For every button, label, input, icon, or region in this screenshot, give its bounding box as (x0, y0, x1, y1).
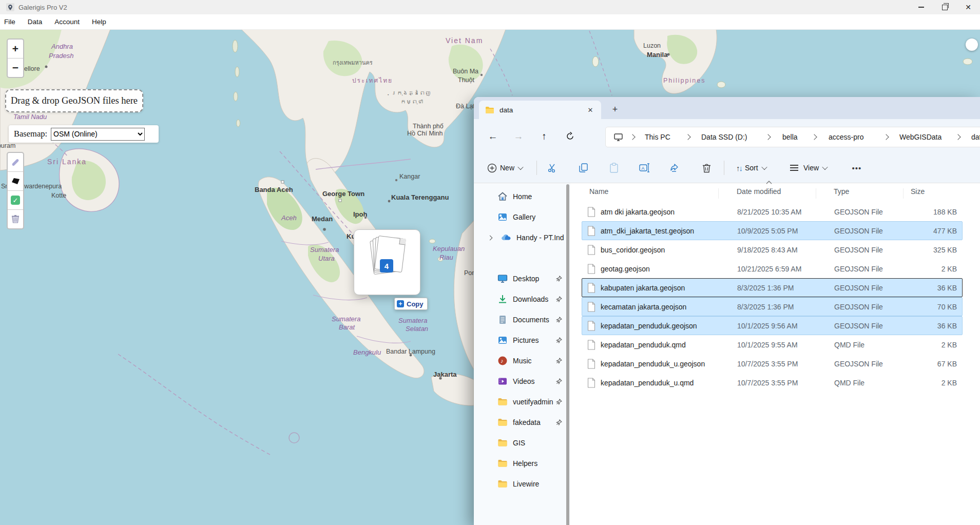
refresh-button[interactable] (560, 128, 580, 145)
more-options-button[interactable]: ••• (848, 158, 866, 178)
address-bar[interactable]: This PC Data SSD (D:) bella access-pro W… (605, 127, 980, 147)
column-divider[interactable] (816, 188, 816, 199)
drag-ghost-card: 4 (354, 229, 420, 295)
file-row[interactable]: geotag.geojson 10/21/2025 6:59 AM GEOJSO… (582, 259, 963, 278)
tab-close-icon[interactable]: ✕ (584, 104, 597, 116)
dot-medan (323, 228, 326, 231)
sidebar-item-videos[interactable]: Videos (478, 372, 564, 391)
basemap-select[interactable]: OSM (Online) (51, 128, 145, 141)
explorer-tab-data[interactable]: data ✕ (479, 101, 601, 119)
sidebar-item-gallery[interactable]: Gallery (478, 208, 564, 226)
breadcrumb-data-ssd[interactable]: Data SSD (D:) (701, 127, 747, 147)
breadcrumb-chevron-icon (766, 127, 770, 147)
sidebar-scrollbar[interactable] (566, 184, 569, 525)
sidebar-item-vuetifyadmin[interactable]: vuetifyadmin (478, 393, 564, 411)
back-button[interactable]: ← (483, 128, 503, 145)
restore-button[interactable] (933, 0, 956, 14)
sidebar-item-pictures[interactable]: Pictures (478, 331, 564, 349)
cut-button[interactable] (543, 158, 562, 178)
close-button[interactable]: ✕ (956, 0, 980, 14)
save-edits-button[interactable]: ✓ (8, 191, 23, 210)
file-row[interactable]: atm_dki_jakarta_test.geojson 10/9/2025 5… (582, 221, 963, 240)
sidebar-item-gis[interactable]: GIS (478, 434, 564, 452)
menu-file[interactable]: File (0, 18, 22, 26)
map-label: Bengkulu (353, 348, 381, 356)
breadcrumb-webgisdata[interactable]: WebGISData (899, 127, 941, 147)
file-icon (587, 207, 595, 217)
file-size: 2 KB (890, 341, 957, 349)
chevron-down-icon (517, 164, 523, 170)
map-label: Hồ Chí Minh (407, 130, 443, 137)
home-icon (497, 191, 508, 202)
file-size: 70 KB (890, 303, 957, 311)
sidebar-item-label: fakedata (513, 418, 556, 426)
breadcrumb-data[interactable]: data (971, 127, 980, 147)
sidebar-item-helpers[interactable]: Helpers (478, 454, 564, 473)
new-tab-button[interactable]: + (607, 102, 623, 116)
minimize-button[interactable] (909, 0, 933, 14)
column-divider[interactable] (718, 188, 719, 199)
share-button[interactable] (665, 158, 685, 178)
up-button[interactable]: ↑ (534, 128, 554, 145)
sidebar-item-handy[interactable]: Handy - PT.Indo (478, 228, 564, 247)
file-row[interactable]: kepadatan_penduduk_u.geojson 10/7/2025 3… (582, 354, 963, 373)
sidebar-item-downloads[interactable]: Downloads (478, 290, 564, 308)
menu-help[interactable]: Help (86, 18, 112, 26)
sidebar-item-label: Videos (513, 377, 556, 385)
file-row[interactable]: kabupaten jakarta.geojson 8/3/2025 1:36 … (582, 278, 963, 297)
geojson-dropzone[interactable]: Drag & drop GeoJSON files here (5, 89, 143, 112)
map-overlay-toggle-button[interactable] (966, 38, 978, 51)
forward-button[interactable]: → (509, 128, 528, 145)
downloads-icon (497, 294, 508, 304)
breadcrumb-bella[interactable]: bella (782, 127, 798, 147)
file-row[interactable]: kepadatan_penduduk.qmd 10/1/2025 9:55 AM… (582, 335, 963, 354)
island-andaman-3 (234, 92, 238, 101)
zoom-in-button[interactable]: + (8, 40, 23, 59)
paste-button[interactable] (604, 158, 624, 178)
file-name: atm dki jakarta.geojson (601, 208, 675, 216)
file-row[interactable]: atm dki jakarta.geojson 8/21/2025 10:35 … (582, 202, 963, 221)
column-header-type[interactable]: Type (834, 187, 849, 196)
breadcrumb-access-pro[interactable]: access-pro (829, 127, 863, 147)
rename-button[interactable]: A (635, 158, 654, 178)
sort-button[interactable]: ↑↓ Sort (733, 158, 770, 178)
zoom-out-button[interactable]: − (8, 59, 23, 77)
toolbar-separator (536, 161, 537, 175)
sidebar-item-home[interactable]: Home (478, 187, 564, 206)
map-label: Ipoh (353, 210, 367, 218)
refresh-icon (566, 132, 574, 141)
sidebar-item-documents[interactable]: Documents (478, 310, 564, 329)
sidebar-item-label: GIS (513, 439, 564, 447)
sidebar-item-desktop[interactable]: Desktop (478, 269, 564, 288)
file-row[interactable]: kepadatan_penduduk_u.qmd 10/7/2025 3:55 … (582, 373, 963, 392)
desktop-icon (497, 274, 508, 284)
dot-kangar (395, 179, 397, 181)
delete-shapes-button[interactable] (8, 210, 23, 228)
sidebar-item-fakedata[interactable]: fakedata (478, 413, 564, 432)
map-label: ក្រុងភ្នំពេញ (388, 90, 431, 96)
column-divider[interactable] (903, 188, 904, 199)
new-button[interactable]: New (483, 158, 527, 178)
draw-polyline-button[interactable] (8, 153, 23, 172)
file-row[interactable]: kecamatan jakarta.geojson 8/3/2025 1:36 … (582, 297, 963, 316)
view-button[interactable]: View (787, 158, 830, 178)
column-header-name[interactable]: Name (589, 187, 608, 196)
sidebar-item-label: Home (513, 192, 564, 201)
column-header-date[interactable]: Date modified (737, 187, 781, 196)
copy-button[interactable] (573, 158, 593, 178)
menu-data[interactable]: Data (22, 18, 49, 26)
sidebar-item-label: Livewire (513, 480, 564, 488)
delete-button[interactable] (697, 158, 716, 178)
column-header-size[interactable]: Size (911, 187, 925, 196)
file-row[interactable]: bus_coridor.geojson 9/18/2025 8:43 AM GE… (582, 240, 963, 259)
file-name: kepadatan_penduduk.geojson (601, 322, 697, 330)
pin-icon (556, 399, 562, 405)
menu-account[interactable]: Account (48, 18, 86, 26)
draw-polygon-button[interactable] (8, 172, 23, 191)
sidebar-item-music[interactable]: ♪ Music (478, 352, 564, 370)
sidebar-item-livewire[interactable]: Livewire (478, 475, 564, 493)
breadcrumb-this-pc[interactable]: This PC (645, 127, 670, 147)
file-row[interactable]: kepadatan_penduduk.geojson 10/1/2025 9:5… (582, 316, 963, 335)
file-explorer-window: data ✕ + ← → ↑ (474, 97, 980, 525)
map-label: Thiruvananthapuram (0, 142, 15, 149)
